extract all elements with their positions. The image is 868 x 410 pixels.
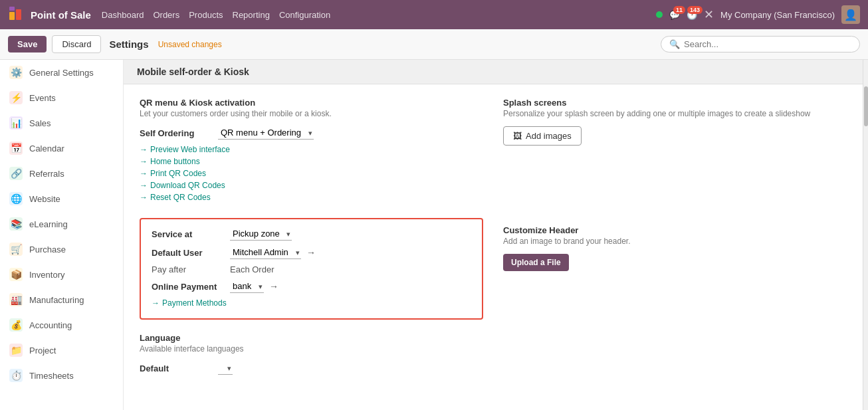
sidebar-item-elearning[interactable]: 📚 eLearning bbox=[0, 211, 123, 237]
company-name[interactable]: My Company (San Francisco) bbox=[720, 10, 835, 20]
pay-after-label: Pay after bbox=[152, 264, 225, 274]
pos-logo-icon bbox=[8, 5, 27, 24]
pay-after-value: Each Order bbox=[230, 264, 274, 274]
sidebar-item-referrals[interactable]: 🔗 Referrals bbox=[0, 161, 123, 186]
sidebar-label-purchase: Purchase bbox=[29, 245, 66, 255]
elearning-icon: 📚 bbox=[9, 217, 23, 231]
messages-badge: 11 bbox=[673, 6, 685, 14]
add-images-button[interactable]: 🖼 Add images bbox=[503, 126, 582, 146]
nav-configuration[interactable]: Configuration bbox=[279, 10, 330, 20]
app-logo[interactable]: Point of Sale bbox=[8, 5, 91, 24]
search-input[interactable] bbox=[684, 39, 851, 49]
splash-block: Splash screens Personalize your splash s… bbox=[503, 98, 847, 146]
sidebar-label-manufacturing: Manufacturing bbox=[29, 295, 84, 305]
language-default-label: Default bbox=[140, 363, 213, 373]
self-ordering-select-wrapper: QR menu + Ordering bbox=[218, 126, 314, 140]
discard-button[interactable]: Discard bbox=[52, 35, 101, 53]
sidebar-item-website[interactable]: 🌐 Website bbox=[0, 186, 123, 211]
upload-file-button[interactable]: Upload a File bbox=[503, 254, 569, 271]
settings-left-col: QR menu & Kiosk activation Let your cust… bbox=[140, 98, 483, 391]
online-payment-nav-arrow[interactable]: → bbox=[269, 281, 278, 292]
customize-header-title: Customize Header bbox=[503, 225, 847, 235]
sidebar-item-project[interactable]: 📁 Project bbox=[0, 338, 123, 363]
payment-methods-link[interactable]: Payment Methods bbox=[152, 298, 471, 308]
home-buttons-link[interactable]: Home buttons bbox=[140, 157, 483, 166]
nav-links: Dashboard Orders Products Reporting Conf… bbox=[102, 10, 330, 20]
section-header: Mobile self-order & Kiosk bbox=[124, 60, 863, 84]
sidebar-label-calendar: Calendar bbox=[29, 144, 64, 154]
default-user-select[interactable]: Mitchell Admin bbox=[230, 246, 301, 259]
customize-header-block: Customize Header Add an image to brand y… bbox=[503, 225, 847, 271]
general-settings-icon: ⚙️ bbox=[9, 66, 23, 79]
default-user-nav-arrow[interactable]: → bbox=[306, 247, 316, 258]
nav-right: 💬 11 🕐 143 ✕ My Company (San Francisco) … bbox=[656, 5, 860, 24]
nav-dashboard[interactable]: Dashboard bbox=[102, 10, 144, 20]
download-qr-link[interactable]: Download QR Codes bbox=[140, 181, 483, 190]
online-payment-select[interactable]: bank bbox=[230, 280, 264, 293]
inventory-icon: 📦 bbox=[9, 268, 23, 281]
sidebar-item-sales[interactable]: 📊 Sales bbox=[0, 110, 123, 136]
app-name: Point of Sale bbox=[31, 9, 91, 21]
save-button[interactable]: Save bbox=[8, 36, 47, 52]
online-payment-row: Online Payment bank → bbox=[152, 280, 471, 293]
sidebar-label-sales: Sales bbox=[29, 118, 51, 128]
sidebar-label-project: Project bbox=[29, 346, 56, 356]
sidebar-label-general-settings: General Settings bbox=[29, 68, 94, 78]
activity-button[interactable]: 🕐 143 bbox=[687, 10, 697, 20]
settings-grid: QR menu & Kiosk activation Let your cust… bbox=[140, 98, 847, 391]
self-ordering-select[interactable]: QR menu + Ordering bbox=[218, 126, 314, 140]
language-block: Language Available interface languages D… bbox=[140, 333, 483, 375]
service-at-select[interactable]: Pickup zone bbox=[230, 227, 292, 241]
section-title: Mobile self-order & Kiosk bbox=[137, 66, 249, 77]
language-desc: Available interface languages bbox=[140, 344, 483, 354]
search-icon: 🔍 bbox=[669, 39, 680, 49]
unsaved-indicator: Unsaved changes bbox=[158, 40, 222, 49]
referrals-icon: 🔗 bbox=[9, 167, 23, 180]
content-inner: QR menu & Kiosk activation Let your cust… bbox=[124, 84, 863, 404]
svg-rect-0 bbox=[9, 12, 15, 20]
status-indicator bbox=[656, 11, 663, 18]
sales-icon: 📊 bbox=[9, 116, 23, 130]
sidebar-item-inventory[interactable]: 📦 Inventory bbox=[0, 262, 123, 287]
close-icon: ✕ bbox=[704, 7, 714, 22]
top-navigation: Point of Sale Dashboard Orders Products … bbox=[0, 0, 868, 29]
sidebar-label-elearning: eLearning bbox=[29, 219, 68, 229]
service-at-select-wrapper: Pickup zone bbox=[230, 227, 292, 241]
language-select[interactable] bbox=[218, 361, 233, 375]
timesheets-icon: ⏱️ bbox=[9, 369, 23, 382]
sidebar-item-events[interactable]: ⚡ Events bbox=[0, 85, 123, 110]
self-ordering-row: Self Ordering QR menu + Ordering bbox=[140, 126, 483, 140]
nav-reporting[interactable]: Reporting bbox=[233, 10, 270, 20]
nav-orders[interactable]: Orders bbox=[153, 10, 179, 20]
sidebar-item-general-settings[interactable]: ⚙️ General Settings bbox=[0, 60, 123, 85]
calendar-icon: 📅 bbox=[9, 142, 23, 155]
nav-products[interactable]: Products bbox=[189, 10, 223, 20]
add-images-label: Add images bbox=[526, 131, 572, 141]
splash-desc: Personalize your splash screen by adding… bbox=[503, 109, 847, 118]
sidebar-label-accounting: Accounting bbox=[29, 320, 72, 330]
sidebar-item-accounting[interactable]: 💰 Accounting bbox=[0, 312, 123, 338]
sidebar-item-purchase[interactable]: 🛒 Purchase bbox=[0, 237, 123, 262]
main-layout: ⚙️ General Settings ⚡ Events 📊 Sales 📅 C… bbox=[0, 60, 868, 410]
sidebar-label-events: Events bbox=[29, 93, 56, 103]
svg-rect-1 bbox=[16, 9, 21, 20]
scrollbar-thumb[interactable] bbox=[864, 86, 868, 126]
sidebar-item-manufacturing[interactable]: 🏭 Manufacturing bbox=[0, 287, 123, 312]
reset-qr-link[interactable]: Reset QR Codes bbox=[140, 193, 483, 202]
print-qr-link[interactable]: Print QR Codes bbox=[140, 169, 483, 178]
preview-web-link[interactable]: Preview Web interface bbox=[140, 145, 483, 154]
right-scrollbar bbox=[863, 60, 868, 410]
online-payment-label: Online Payment bbox=[152, 282, 225, 292]
messages-button[interactable]: 💬 11 bbox=[669, 10, 680, 20]
sidebar: ⚙️ General Settings ⚡ Events 📊 Sales 📅 C… bbox=[0, 60, 124, 410]
splash-title: Splash screens bbox=[503, 98, 847, 108]
sidebar-item-timesheets[interactable]: ⏱️ Timesheets bbox=[0, 363, 123, 388]
default-user-label: Default User bbox=[152, 248, 225, 258]
pay-after-row: Pay after Each Order bbox=[152, 264, 471, 274]
project-icon: 📁 bbox=[9, 344, 23, 357]
customize-header-desc: Add an image to brand your header. bbox=[503, 237, 847, 246]
user-avatar[interactable]: 👤 bbox=[841, 5, 860, 24]
default-user-select-wrapper: Mitchell Admin bbox=[230, 246, 301, 259]
sidebar-item-calendar[interactable]: 📅 Calendar bbox=[0, 136, 123, 161]
settings-right-col: Splash screens Personalize your splash s… bbox=[503, 98, 847, 391]
